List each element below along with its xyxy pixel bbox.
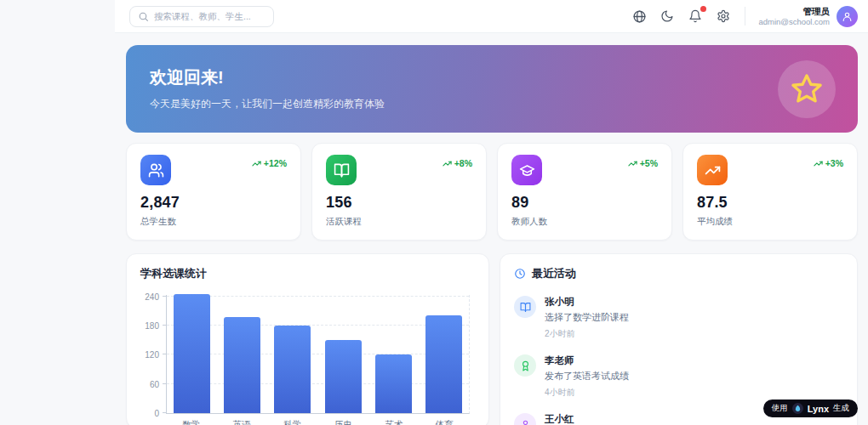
- gear-icon: [717, 9, 732, 23]
- notification-dot: [700, 6, 706, 12]
- stat-label: 总学生数: [140, 216, 287, 228]
- trend-badge: +8%: [443, 158, 472, 168]
- chart-title: 学科选课统计: [140, 266, 475, 281]
- y-tick-label: 120: [145, 350, 159, 360]
- search-box[interactable]: [129, 6, 274, 27]
- user-name: 管理员: [758, 6, 830, 17]
- activity-time: 2小时前: [545, 328, 629, 340]
- trend-badge: +12%: [252, 158, 287, 168]
- trending-up-icon: [697, 155, 728, 185]
- bar-chart: 060120180240 数学英语科学历史艺术体育: [140, 295, 475, 425]
- chart-bar-科学: [274, 326, 311, 413]
- stat-card-average-score: +3% 87.5 平均成绩: [682, 143, 858, 241]
- chart-bar-体育: [425, 315, 462, 413]
- x-tick-label: 数学: [166, 419, 217, 425]
- user-icon: [520, 419, 531, 425]
- language-globe-button[interactable]: [632, 8, 648, 24]
- lynx-logo-icon: [792, 403, 803, 414]
- user-email: admin@school.com: [758, 17, 830, 27]
- topbar-divider: [745, 7, 745, 26]
- y-tick-label: 0: [154, 409, 159, 418]
- trending-up-icon: [443, 159, 452, 168]
- badge-brand: Lynx: [808, 404, 829, 414]
- users-icon: [140, 155, 171, 185]
- avatar[interactable]: [837, 6, 858, 27]
- activity-user: 张小明: [545, 296, 629, 309]
- award-icon: [520, 360, 531, 371]
- chart-bar-数学: [174, 294, 210, 413]
- trend-badge: +3%: [814, 158, 843, 168]
- activity-user: 王小红: [545, 413, 601, 425]
- search-input[interactable]: [154, 11, 266, 21]
- chart-x-labels: 数学英语科学历史艺术体育: [166, 419, 470, 425]
- badge-prefix: 使用: [772, 403, 788, 414]
- graduation-cap-icon: [511, 155, 542, 185]
- trend-value: +8%: [454, 158, 472, 168]
- activity-action: 发布了英语考试成绩: [545, 370, 629, 382]
- clock-icon: [514, 268, 526, 280]
- trend-badge: +5%: [628, 158, 658, 168]
- activity-avatar-0: [514, 296, 536, 318]
- badge-suffix: 生成: [833, 403, 849, 414]
- activity-action: 选择了数学进阶课程: [545, 311, 629, 324]
- activity-title: 最近活动: [532, 266, 576, 281]
- subject-enrollment-chart-card: 学科选课统计 060120180240 数学英语科学历史艺术体育: [126, 253, 489, 425]
- moon-icon: [660, 9, 676, 23]
- stat-value: 87.5: [697, 194, 843, 212]
- lynx-badge[interactable]: 使用 Lynx 生成: [763, 400, 858, 417]
- stats-row: +12% 2,847 总学生数 +8% 156 活跃课程: [126, 143, 858, 241]
- banner-title: 欢迎回来!: [150, 66, 858, 89]
- y-tick-label: 60: [150, 380, 159, 389]
- globe-icon: [632, 9, 648, 24]
- dark-mode-button[interactable]: [660, 8, 676, 24]
- stat-label: 活跃课程: [326, 216, 472, 228]
- stat-card-teachers: +5% 89 教师人数: [497, 143, 672, 241]
- activity-avatar-1: [514, 354, 536, 377]
- star-icon: [789, 71, 825, 107]
- x-tick-label: 科学: [267, 419, 318, 425]
- chart-bar-艺术: [375, 354, 412, 413]
- trending-up-icon: [814, 159, 823, 168]
- chart-y-axis: 060120180240: [140, 295, 166, 414]
- stat-card-courses: +8% 156 活跃课程: [311, 143, 487, 241]
- trending-up-icon: [628, 159, 637, 168]
- activity-avatar-2: [514, 413, 536, 425]
- stat-label: 平均成绩: [697, 216, 843, 228]
- x-tick-label: 英语: [217, 419, 268, 425]
- user-menu[interactable]: 管理员 admin@school.com: [758, 6, 858, 27]
- x-tick-label: 历史: [318, 419, 369, 425]
- stat-value: 2,847: [140, 194, 287, 212]
- book-open-icon: [326, 155, 357, 185]
- search-icon: [138, 11, 149, 22]
- topbar: 管理员 admin@school.com: [115, 0, 868, 33]
- chart-plot: [166, 295, 470, 414]
- user-icon: [842, 11, 853, 22]
- star-badge: [778, 60, 836, 118]
- y-tick-label: 240: [145, 292, 159, 302]
- y-tick-label: 180: [145, 321, 159, 331]
- x-tick-label: 艺术: [368, 419, 420, 425]
- activity-user: 李老师: [545, 354, 629, 367]
- settings-button[interactable]: [717, 8, 732, 24]
- stat-value: 156: [326, 194, 472, 212]
- chart-bar-英语: [224, 317, 260, 413]
- activity-item[interactable]: 李老师 发布了英语考试成绩 4小时前: [514, 354, 843, 399]
- notifications-button[interactable]: [688, 8, 704, 24]
- activity-time: 4小时前: [545, 387, 629, 399]
- stat-card-students: +12% 2,847 总学生数: [126, 143, 301, 241]
- activity-item[interactable]: 张小明 选择了数学进阶课程 2小时前: [514, 296, 843, 340]
- stat-label: 教师人数: [511, 216, 658, 228]
- trend-value: +3%: [825, 158, 843, 168]
- trending-up-icon: [252, 159, 261, 168]
- stat-value: 89: [511, 194, 658, 212]
- book-open-icon: [520, 302, 531, 313]
- welcome-banner: 欢迎回来! 今天是美好的一天，让我们一起创造精彩的教育体验: [126, 45, 858, 133]
- trend-value: +12%: [264, 158, 287, 168]
- banner-subtitle: 今天是美好的一天，让我们一起创造精彩的教育体验: [150, 97, 858, 111]
- chart-bar-历史: [325, 340, 362, 413]
- trend-value: +5%: [640, 158, 658, 168]
- x-tick-label: 体育: [420, 419, 471, 425]
